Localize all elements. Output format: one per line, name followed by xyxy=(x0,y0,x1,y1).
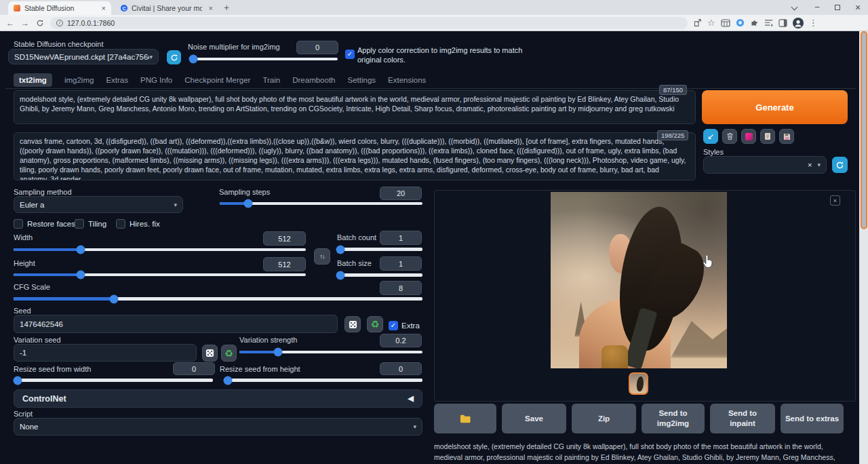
sampling-steps-slider[interactable] xyxy=(220,202,422,205)
tab-extensions[interactable]: Extensions xyxy=(388,73,426,87)
reading-list-icon[interactable] xyxy=(764,19,773,26)
window-minimize-button[interactable]: – xyxy=(808,2,826,12)
slider-knob[interactable] xyxy=(273,348,282,357)
negative-prompt-textarea[interactable]: canvas frame, cartoon, 3d, ((disfigured)… xyxy=(14,132,696,180)
styles-refresh-button[interactable] xyxy=(832,157,848,173)
bookmark-star-icon[interactable]: ☆ xyxy=(707,18,715,28)
scrollbar-thumb[interactable] xyxy=(861,31,867,229)
profile-avatar[interactable] xyxy=(793,18,804,28)
site-info-icon[interactable]: i xyxy=(56,20,63,26)
tab-dreambooth[interactable]: Dreambooth xyxy=(292,73,335,87)
styles-dropdown[interactable]: × ▾ xyxy=(703,156,827,174)
resize-seed-height-input[interactable]: 0 xyxy=(380,362,422,375)
batch-size-slider[interactable] xyxy=(337,273,422,277)
slider-knob[interactable] xyxy=(336,245,345,254)
reload-button[interactable] xyxy=(36,19,44,27)
variation-strength-input[interactable]: 0.2 xyxy=(380,334,422,347)
seed-reuse-button[interactable]: ♻ xyxy=(367,316,383,332)
cfg-scale-slider[interactable] xyxy=(14,297,422,301)
paste-params-button[interactable]: ↙ xyxy=(703,129,718,144)
batch-count-slider[interactable] xyxy=(337,248,422,251)
blue-circle-extension-icon[interactable] xyxy=(736,18,745,27)
slider-knob[interactable] xyxy=(189,55,198,64)
script-dropdown[interactable]: None ▾ xyxy=(14,418,422,436)
chevron-down-icon[interactable]: ▾ xyxy=(817,161,821,168)
cfg-scale-input[interactable]: 8 xyxy=(380,281,422,295)
slider-knob[interactable] xyxy=(243,199,252,208)
slider-knob[interactable] xyxy=(13,376,22,385)
tab-txt2img[interactable]: txt2img xyxy=(14,73,52,87)
tab-close-icon[interactable]: × xyxy=(102,4,106,12)
side-panel-icon[interactable] xyxy=(778,19,787,27)
variation-strength-slider[interactable] xyxy=(239,351,422,353)
gallery-thumbnail[interactable] xyxy=(629,372,648,395)
noise-multiplier-input[interactable]: 0 xyxy=(296,41,338,54)
zip-button[interactable]: Zip xyxy=(572,404,636,433)
slider-knob[interactable] xyxy=(109,294,118,303)
height-input[interactable]: 512 xyxy=(263,257,306,271)
send-to-inpaint-button[interactable]: Send to inpaint xyxy=(710,404,775,433)
slider-knob[interactable] xyxy=(77,246,85,254)
batch-count-input[interactable]: 1 xyxy=(380,231,422,245)
extra-seed-checkbox[interactable]: ✓ xyxy=(389,321,398,330)
tab-extras[interactable]: Extras xyxy=(106,73,128,87)
prompt-textarea[interactable]: modelshoot style, (extremely detailed CG… xyxy=(14,90,696,124)
share-icon[interactable] xyxy=(693,18,702,27)
save-button[interactable]: Save xyxy=(502,404,566,433)
generate-button[interactable]: Generate xyxy=(702,90,848,124)
forward-button[interactable]: → xyxy=(18,18,33,28)
controlnet-accordion[interactable]: ControlNet ◀ xyxy=(14,389,422,408)
checkpoint-refresh-button[interactable] xyxy=(167,50,181,64)
back-button[interactable]: ← xyxy=(3,18,18,28)
apply-styles-button[interactable] xyxy=(760,129,775,144)
clear-prompt-button[interactable] xyxy=(722,129,737,144)
tab-settings[interactable]: Settings xyxy=(348,73,376,87)
seed-random-button[interactable] xyxy=(344,316,361,332)
slider-knob[interactable] xyxy=(336,271,345,279)
tab-img2img[interactable]: img2img xyxy=(64,73,94,87)
generated-image[interactable] xyxy=(551,192,727,368)
extensions-puzzle-icon[interactable] xyxy=(750,18,759,27)
swap-dimensions-button[interactable]: ↑↓ xyxy=(314,248,330,265)
height-slider[interactable] xyxy=(14,273,306,276)
address-bar[interactable]: i 127.0.0.1:7860 xyxy=(50,17,688,29)
tab-close-icon[interactable]: × xyxy=(209,4,213,12)
sampling-method-dropdown[interactable]: Euler a ▾ xyxy=(14,196,183,213)
tiling-checkbox[interactable] xyxy=(75,219,84,229)
open-folder-button[interactable] xyxy=(434,404,496,433)
tab-train[interactable]: Train xyxy=(262,73,280,87)
sampling-steps-input[interactable]: 20 xyxy=(380,187,422,200)
window-maximize-button[interactable] xyxy=(835,5,840,10)
media-grid-extension-icon[interactable] xyxy=(721,19,730,27)
browser-menu-button[interactable]: ⋮ xyxy=(809,18,818,28)
hires-fix-checkbox[interactable] xyxy=(116,219,125,229)
tab-png-info[interactable]: PNG Info xyxy=(140,73,172,87)
slider-knob[interactable] xyxy=(223,376,232,385)
batch-size-input[interactable]: 1 xyxy=(380,256,422,271)
variation-seed-random-button[interactable] xyxy=(202,345,218,362)
noise-multiplier-slider[interactable] xyxy=(191,58,338,60)
width-input[interactable]: 512 xyxy=(263,231,306,246)
clear-icon[interactable]: × xyxy=(808,161,812,169)
send-to-img2img-button[interactable]: Send to img2img xyxy=(642,404,705,433)
seed-input[interactable]: 1476462546 xyxy=(14,315,338,333)
save-style-button[interactable] xyxy=(779,129,794,144)
chevron-down-icon[interactable] xyxy=(791,4,798,11)
resize-seed-height-slider[interactable] xyxy=(224,379,422,382)
extra-networks-button[interactable] xyxy=(741,129,756,144)
checkpoint-dropdown[interactable]: SD15NewVAEpruned.ckpt [27a4ac756c] ▾ xyxy=(8,49,159,64)
browser-tab-stable-diffusion[interactable]: Stable Diffusion × xyxy=(8,1,111,15)
tab-checkpoint-merger[interactable]: Checkpoint Merger xyxy=(184,73,250,87)
variation-seed-reuse-button[interactable]: ♻ xyxy=(221,345,237,362)
window-close-button[interactable]: × xyxy=(849,2,867,13)
page-scrollbar[interactable] xyxy=(859,31,868,464)
resize-seed-width-slider[interactable] xyxy=(14,379,213,382)
width-slider[interactable] xyxy=(14,248,306,251)
resize-seed-width-input[interactable]: 0 xyxy=(173,362,215,375)
browser-tab-civitai[interactable]: C Civitai | Share your models × xyxy=(115,1,218,15)
new-tab-button[interactable]: + xyxy=(224,2,229,13)
send-to-extras-button[interactable]: Send to extras xyxy=(781,404,844,433)
variation-seed-input[interactable]: -1 xyxy=(14,344,197,362)
color-correction-checkbox[interactable]: ✓ xyxy=(345,50,355,59)
gallery-close-button[interactable]: × xyxy=(830,195,840,206)
